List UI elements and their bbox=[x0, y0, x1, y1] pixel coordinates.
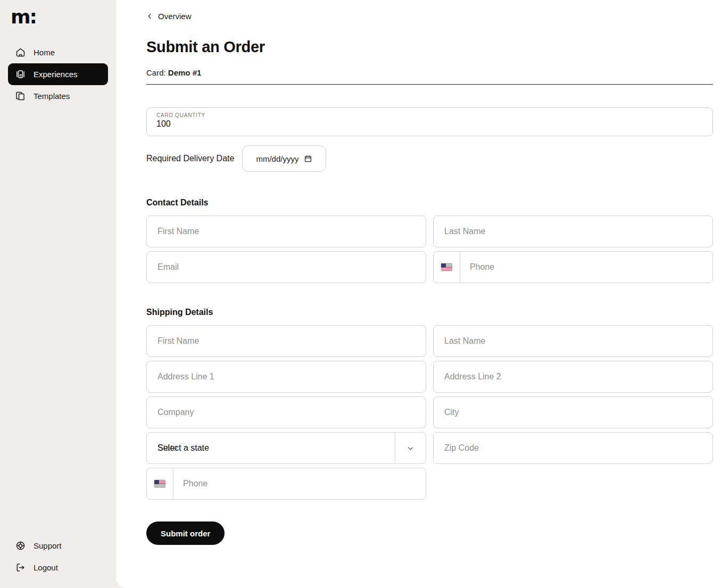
shipping-phone-field bbox=[146, 468, 426, 500]
sidebar-item-label: Logout bbox=[34, 563, 58, 572]
main-content: Overview Submit an Order Card: Demo #1 C… bbox=[116, 0, 722, 588]
card-quantity-label: CARD QUANTITY bbox=[156, 112, 703, 118]
card-quantity-input[interactable] bbox=[156, 119, 703, 129]
country-flag-selector[interactable] bbox=[434, 252, 460, 283]
card-line: Card: Demo #1 bbox=[146, 68, 713, 77]
sidebar-item-home[interactable]: Home bbox=[8, 42, 108, 63]
experiences-icon bbox=[15, 69, 26, 80]
sidebar-item-support[interactable]: Support bbox=[8, 535, 108, 557]
shipping-fields-grid: State Select a state bbox=[146, 325, 713, 500]
delivery-date-label: Required Delivery Date bbox=[146, 154, 234, 163]
calendar-icon[interactable] bbox=[304, 154, 312, 163]
sidebar-item-label: Home bbox=[34, 48, 55, 57]
shipping-address-line2-input[interactable] bbox=[433, 361, 713, 393]
breadcrumb-label: Overview bbox=[158, 12, 192, 21]
shipping-phone-input[interactable] bbox=[173, 468, 426, 499]
sidebar-item-label: Support bbox=[34, 541, 62, 550]
sidebar: m: Home Experiences bbox=[0, 0, 116, 588]
country-flag-selector[interactable] bbox=[147, 468, 173, 499]
sidebar-item-templates[interactable]: Templates bbox=[8, 85, 108, 107]
contact-last-name-input[interactable] bbox=[433, 216, 713, 247]
shipping-company-input[interactable] bbox=[146, 396, 426, 428]
state-select-toggle[interactable] bbox=[395, 433, 426, 463]
sidebar-item-logout[interactable]: Logout bbox=[8, 557, 108, 578]
shipping-first-name-input[interactable] bbox=[146, 325, 426, 357]
shipping-last-name-input[interactable] bbox=[433, 325, 713, 357]
logout-icon bbox=[15, 562, 26, 573]
sidebar-item-label: Templates bbox=[34, 92, 70, 101]
state-selected-value: Select a state bbox=[157, 443, 209, 453]
support-icon bbox=[15, 540, 26, 551]
home-icon bbox=[15, 47, 26, 58]
delivery-date-input[interactable]: mm/dd/yyyy bbox=[242, 145, 326, 172]
card-label: Card: bbox=[146, 68, 166, 77]
card-value: Demo #1 bbox=[168, 68, 202, 77]
sidebar-item-label: Experiences bbox=[34, 70, 78, 79]
us-flag-icon bbox=[154, 480, 165, 487]
breadcrumb-overview[interactable]: Overview bbox=[146, 12, 192, 21]
card-quantity-field[interactable]: CARD QUANTITY bbox=[146, 107, 713, 136]
chevron-left-icon bbox=[146, 13, 153, 20]
templates-icon bbox=[15, 90, 26, 102]
contact-fields-grid bbox=[146, 216, 713, 283]
contact-details-heading: Contact Details bbox=[146, 198, 713, 208]
shipping-state-select[interactable]: State Select a state bbox=[146, 432, 426, 464]
delivery-date-placeholder: mm/dd/yyyy bbox=[256, 154, 298, 163]
sidebar-item-experiences[interactable]: Experiences bbox=[8, 63, 108, 85]
delivery-date-row: Required Delivery Date mm/dd/yyyy bbox=[146, 145, 713, 172]
contact-first-name-input[interactable] bbox=[146, 216, 426, 247]
shipping-city-input[interactable] bbox=[433, 396, 713, 428]
brand-logo[interactable]: m: bbox=[11, 7, 116, 27]
sidebar-footer: Support Logout bbox=[0, 535, 116, 578]
contact-phone-field bbox=[433, 251, 713, 283]
sidebar-nav: Home Experiences Template bbox=[0, 42, 116, 107]
shipping-details-heading: Shipping Details bbox=[146, 308, 713, 317]
divider bbox=[146, 84, 713, 85]
shipping-zip-input[interactable] bbox=[433, 432, 713, 464]
contact-email-input[interactable] bbox=[146, 251, 426, 283]
submit-order-button[interactable]: Submit order bbox=[146, 521, 225, 545]
page-title: Submit an Order bbox=[146, 38, 713, 56]
contact-phone-input[interactable] bbox=[460, 252, 712, 283]
shipping-address-line1-input[interactable] bbox=[146, 361, 426, 393]
chevron-down-icon bbox=[406, 444, 414, 452]
us-flag-icon bbox=[441, 263, 452, 271]
